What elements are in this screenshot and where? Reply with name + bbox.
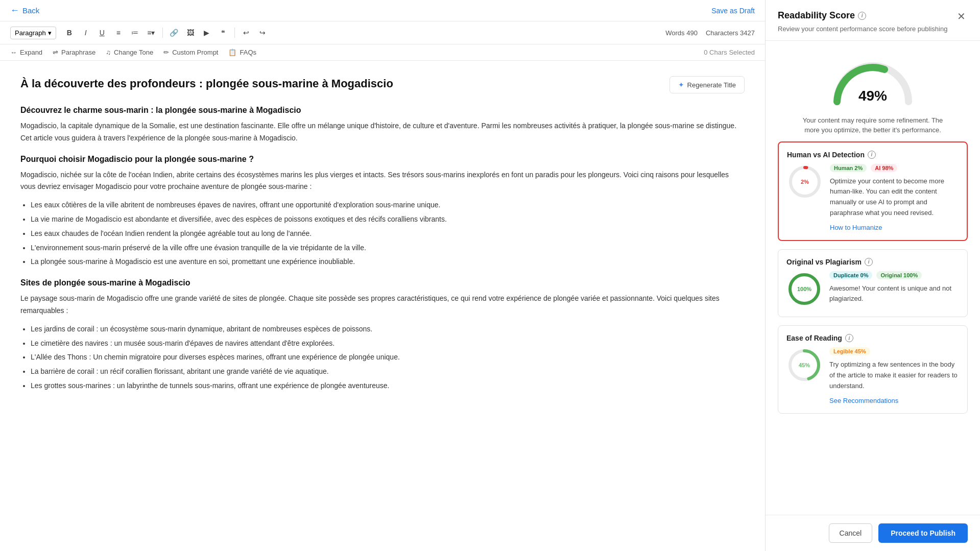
back-arrow-icon: ← (10, 5, 19, 16)
list-item: Les eaux côtières de la ville abritent d… (31, 199, 745, 211)
back-button[interactable]: ← Back (10, 5, 39, 16)
ai-tools-bar: ↔ Expand ⇌ Paraphrase ♫ Change Tone ✏ Cu… (0, 44, 765, 61)
panel-subtitle: Review your content performance score be… (778, 24, 955, 34)
card-info: Human 2%AI 98%Optimize your content to b… (830, 164, 959, 232)
card-action-link[interactable]: See Recommendations (829, 397, 898, 404)
card-content: 100% Duplicate 0%Original 100%Awesome! Y… (786, 271, 959, 309)
badge-row: Duplicate 0%Original 100% (829, 271, 959, 279)
expand-label: Expand (20, 49, 42, 56)
list-item: L'Allée des Thons : Un chemin migratoire… (31, 351, 745, 364)
chars-selected: 0 Chars Selected (704, 49, 755, 56)
cancel-button[interactable]: Cancel (829, 523, 873, 543)
close-panel-button[interactable]: ✕ (955, 10, 968, 22)
body-paragraph: Mogadiscio, la capitale dynamique de la … (20, 120, 745, 145)
proceed-to-publish-button[interactable]: Proceed to Publish (878, 523, 968, 543)
circle-gauge: 2% (787, 164, 823, 200)
card-description: Optimize your content to become more hum… (830, 176, 959, 219)
card-title-text: Human vs AI Detection (787, 151, 865, 159)
circle-label: 45% (799, 362, 810, 368)
video-button[interactable]: ▶ (200, 26, 214, 40)
article-title[interactable]: À la découverte des profondeurs : plongé… (20, 76, 661, 92)
score-cards: Human vs AI Detectioni 2% Human 2%AI 98%… (766, 141, 980, 424)
paragraph-chevron-icon: ▾ (48, 29, 52, 37)
list-item: Le cimetière des navires : un musée sous… (31, 338, 745, 350)
undo-button[interactable]: ↩ (239, 26, 253, 40)
regenerate-title-label: Regenerate Title (687, 81, 736, 89)
card-content: 2% Human 2%AI 98%Optimize your content t… (787, 164, 959, 232)
list-item: Les grottes sous-marines : un labyrinthe… (31, 380, 745, 392)
unordered-list-button[interactable]: ≡ (111, 26, 126, 40)
italic-button[interactable]: I (79, 26, 93, 40)
score-card-plagiarism: Original vs Plagiarismi 100% Duplicate 0… (778, 249, 968, 318)
save-draft-button[interactable]: Save as Draft (711, 7, 755, 15)
words-count: Words 490 (665, 29, 698, 37)
card-info-icon: i (865, 258, 873, 266)
card-title: Ease of Readingi (786, 334, 959, 342)
readability-panel: Readability Score i Review your content … (766, 0, 980, 551)
section-heading: Découvrez le charme sous-marin : la plon… (20, 106, 745, 115)
change-tone-tool[interactable]: ♫ Change Tone (106, 49, 153, 56)
faqs-tool[interactable]: 📋 FAQs (228, 49, 256, 56)
body-paragraph: Le paysage sous-marin de Mogadiscio offr… (20, 293, 745, 317)
paraphrase-icon: ⇌ (53, 49, 58, 56)
custom-prompt-tool[interactable]: ✏ Custom Prompt (163, 49, 218, 56)
regenerate-icon: ✦ (678, 81, 684, 89)
main-gauge-container: 49% (827, 53, 919, 109)
status-badge: Human 2% (830, 164, 867, 172)
panel-heading: Readability Score i (778, 10, 955, 21)
link-button[interactable]: 🔗 (167, 26, 181, 40)
score-card-human-ai: Human vs AI Detectioni 2% Human 2%AI 98%… (778, 141, 968, 241)
circle-label: 100% (797, 286, 811, 292)
toolbar-divider-2 (234, 28, 235, 38)
regenerate-title-button[interactable]: ✦ Regenerate Title (670, 76, 745, 93)
toolbar-divider-1 (162, 28, 163, 38)
editor-area: ← Back Save as Draft Paragraph ▾ B I U ≡… (0, 0, 766, 551)
status-badge: Original 100% (876, 271, 922, 279)
paraphrase-tool[interactable]: ⇌ Paraphrase (53, 49, 95, 56)
body-paragraph: Mogadiscio, nichée sur la côte de l'océa… (20, 169, 745, 194)
align-button[interactable]: ≡▾ (144, 26, 158, 40)
paraphrase-label: Paraphrase (61, 49, 95, 56)
panel-title-block: Readability Score i Review your content … (778, 10, 955, 34)
characters-count: Characters 3427 (706, 29, 755, 37)
circle-gauge: 45% (786, 347, 822, 383)
bullet-list: Les eaux côtières de la ville abritent d… (20, 199, 745, 268)
main-gauge-section: 49% Your content may require some refine… (766, 41, 980, 141)
card-info-icon: i (845, 334, 853, 342)
list-item: La barrière de corail : un récif coralli… (31, 366, 745, 378)
list-item: L'environnement sous-marin préservé de l… (31, 242, 745, 254)
score-card-ease-reading: Ease of Readingi 45% Legible 45%Try opti… (778, 325, 968, 413)
redo-button[interactable]: ↪ (255, 26, 270, 40)
bold-button[interactable]: B (62, 26, 77, 40)
circle-label: 2% (801, 179, 809, 185)
status-badge: Legible 45% (829, 347, 870, 355)
panel-footer: Cancel Proceed to Publish (766, 515, 980, 551)
card-info: Legible 45%Try optimizing a few sentence… (829, 347, 959, 404)
expand-tool[interactable]: ↔ Expand (10, 49, 42, 56)
list-item: La plongée sous-marine à Mogadiscio est … (31, 256, 745, 268)
top-nav: ← Back Save as Draft (0, 0, 765, 21)
paragraph-select[interactable]: Paragraph ▾ (10, 27, 56, 39)
main-gauge-value: 49% (858, 88, 887, 104)
section-heading: Sites de plongée sous-marine à Mogadisci… (20, 278, 745, 288)
circle-gauge: 100% (786, 271, 822, 307)
bullet-list: Les jardins de corail : un écosystème so… (20, 323, 745, 392)
content-area: À la découverte des profondeurs : plongé… (0, 61, 765, 551)
list-item: Les eaux chaudes de l'océan Indien rende… (31, 228, 745, 240)
custom-prompt-label: Custom Prompt (172, 49, 218, 56)
section-heading: Pourquoi choisir Mogadiscio pour la plon… (20, 155, 745, 164)
faqs-label: FAQs (240, 49, 256, 56)
badge-row: Human 2%AI 98% (830, 164, 959, 172)
card-title-text: Original vs Plagiarism (786, 258, 862, 266)
ordered-list-button[interactable]: ≔ (128, 26, 142, 40)
card-description: Try optimizing a few sentences in the bo… (829, 360, 959, 391)
change-tone-icon: ♫ (106, 49, 111, 56)
card-title: Original vs Plagiarismi (786, 258, 959, 266)
status-badge: AI 98% (871, 164, 897, 172)
card-action-link[interactable]: How to Humanize (830, 224, 882, 231)
quote-button[interactable]: ❝ (216, 26, 230, 40)
image-button[interactable]: 🖼 (183, 26, 198, 40)
underline-button[interactable]: U (95, 26, 109, 40)
status-badge: Duplicate 0% (829, 271, 872, 279)
change-tone-label: Change Tone (114, 49, 153, 56)
